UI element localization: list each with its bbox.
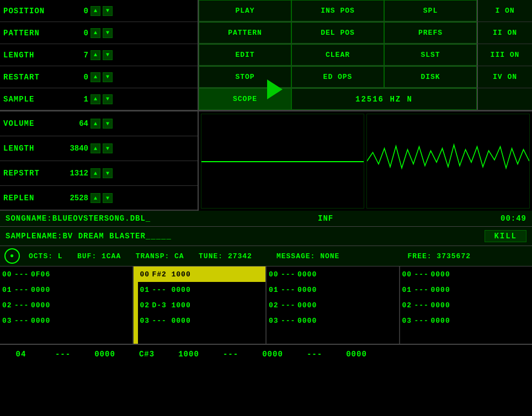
sample-name-value: BV DREAM BLASTER_____ [62, 232, 171, 241]
replen-up-btn[interactable]: ▲ [91, 193, 100, 203]
song-name-text: SONGNAME:BLUEOVSTERSONG.DBL_ [6, 214, 151, 223]
restart-down-btn[interactable]: ▼ [103, 72, 113, 82]
bottom-row: 04 --- 0000 C#3 1000 --- 0000 --- 0000 [0, 344, 532, 364]
row-inst: 1000 [172, 270, 191, 279]
del-pos-button[interactable]: DEL POS [291, 22, 384, 44]
clear-button[interactable]: CLEAR [291, 44, 384, 66]
tracker-row-s3-1: 01 --- 0000 [267, 282, 399, 297]
volume-up-btn[interactable]: ▲ [91, 119, 100, 129]
position-down-btn[interactable]: ▼ [103, 6, 113, 16]
row-num: 02 [140, 301, 152, 310]
row-num: 01 [269, 286, 281, 294]
buf-label: BUF: 1CAA [77, 252, 121, 260]
sample-name-bar: SAMPLENAME:BV DREAM BLASTER_____ KILL [0, 227, 532, 246]
sample-name-text: SAMPLENAME:BV DREAM BLASTER_____ [6, 232, 172, 241]
tracker-row-s1-1: 01 --- 0000 [0, 282, 132, 297]
song-name-value: BLUEOVSTERSONG.DBL_ [52, 214, 151, 223]
length-up-btn[interactable]: ▲ [91, 50, 100, 60]
row-num: 02 [269, 301, 281, 310]
restart-up-btn[interactable]: ▲ [91, 72, 100, 82]
octs-label: OCTS: L [29, 252, 63, 260]
repstrt-row: REPSTRT 1312 ▲ ▼ [0, 161, 198, 186]
tracker-section-3: 00 --- 0000 01 --- 0000 02 --- 0000 03 -… [267, 266, 400, 344]
tracker-row-s4-3: 03 --- 0000 [400, 313, 533, 328]
prefs-button[interactable]: PREFS [384, 22, 477, 44]
row-num: 02 [2, 301, 14, 310]
sample-label: SAMPLE [3, 95, 64, 104]
position-label: POSITION [3, 7, 64, 15]
tune-label: TUNE: [199, 252, 223, 260]
repstrt-up-btn[interactable]: ▲ [91, 168, 100, 178]
tracker-section-4: 00 --- 0000 01 --- 0000 02 --- 0000 03 -… [400, 266, 533, 344]
song-inf: INF [318, 214, 333, 223]
length2-up-btn[interactable]: ▲ [91, 143, 100, 153]
spl-button[interactable]: SPL [384, 0, 477, 22]
ins-pos-button[interactable]: INS POS [291, 0, 384, 22]
bottom-c3-note: --- [214, 350, 247, 359]
length2-down-btn[interactable]: ▼ [103, 143, 113, 153]
row-inst: 0000 [172, 317, 191, 325]
pattern-row: PATTERN 0 ▲ ▼ [0, 22, 198, 44]
row-note: --- [152, 317, 172, 325]
tracker-row-s1-2: 02 --- 0000 [0, 297, 132, 313]
tracker-section-1: 00 --- 0F06 01 --- 0000 02 --- 0000 03 -… [0, 266, 134, 344]
bottom-c3-inst: 0000 [256, 350, 289, 359]
bottom-c4-note: --- [298, 350, 331, 359]
restart-row: RESTART 0 ▲ ▼ [0, 66, 198, 88]
right-scope [199, 111, 532, 211]
slst-button[interactable]: SLST [384, 44, 477, 66]
row-inst: 0000 [431, 286, 450, 294]
ed-ops-button[interactable]: ED OPS [291, 66, 384, 88]
length2-row: LENGTH 3840 ▲ ▼ [0, 136, 198, 161]
bottom-c2-inst: 1000 [172, 350, 205, 359]
row-num: 01 [140, 286, 152, 294]
repstrt-down-btn[interactable]: ▼ [103, 168, 113, 178]
right-controls: PLAY INS POS SPL I ON PATTERN DEL POS PR… [199, 0, 532, 110]
song-name-label: SONGNAME: [6, 214, 52, 223]
btn-row-1: PLAY INS POS SPL I ON [199, 0, 532, 22]
tracker-columns: 00 --- 0F06 01 --- 0000 02 --- 0000 03 -… [0, 266, 532, 344]
pattern-up-btn[interactable]: ▲ [91, 28, 100, 38]
transp-label: TRANSP: CA [136, 252, 184, 260]
row-note: --- [14, 317, 31, 325]
replen-label: REPLEN [3, 194, 64, 202]
row-note: --- [414, 270, 431, 279]
on-indicator-2: II ON [477, 22, 532, 44]
sample-down-btn[interactable]: ▼ [103, 94, 113, 104]
replen-value: 2528 [66, 194, 88, 202]
length-label: LENGTH [3, 51, 64, 60]
edit-button[interactable]: EDIT [199, 44, 291, 66]
row-note: --- [14, 301, 31, 310]
length-row: LENGTH 7 ▲ ▼ [0, 44, 198, 66]
row-num: 00 [2, 270, 14, 279]
position-up-btn[interactable]: ▲ [91, 6, 100, 16]
replen-down-btn[interactable]: ▼ [103, 193, 113, 203]
pattern-down-btn[interactable]: ▼ [103, 28, 113, 38]
tracker-row-s4-0: 00 --- 0000 [400, 266, 533, 282]
volume-down-btn[interactable]: ▼ [103, 119, 113, 129]
row-note: --- [414, 301, 431, 310]
length2-label: LENGTH [3, 144, 64, 153]
tracker-row-s3-2: 02 --- 0000 [267, 297, 399, 313]
row-inst: 1000 [172, 301, 191, 310]
info-circle: ● [4, 248, 20, 264]
highlight-bar [134, 266, 138, 344]
row-note: --- [414, 317, 431, 325]
tracker-section-2: 00 F#2 1000 01 --- 0000 02 D-3 1000 03 -… [134, 266, 267, 344]
disk-button[interactable]: DISK [384, 66, 477, 88]
pattern-button[interactable]: PATTERN [199, 22, 291, 44]
kill-button[interactable]: KILL [485, 230, 526, 242]
sample-row: SAMPLE 1 ▲ ▼ [0, 88, 198, 110]
sample-up-btn[interactable]: ▲ [91, 94, 100, 104]
tracker-row-s4-2: 02 --- 0000 [400, 297, 533, 313]
play-button[interactable]: PLAY [199, 0, 291, 22]
length-down-btn[interactable]: ▼ [103, 50, 113, 60]
replen-row: REPLEN 2528 ▲ ▼ [0, 186, 198, 211]
length-value: 7 [66, 51, 88, 60]
row-note: --- [281, 270, 297, 279]
song-time: 00:49 [501, 214, 526, 223]
volume-row: VOLUME 64 ▲ ▼ [0, 111, 198, 136]
tracker-row-s2-1: 01 --- 0000 [134, 282, 266, 297]
scope-right [366, 114, 530, 209]
row-note: --- [152, 286, 172, 294]
